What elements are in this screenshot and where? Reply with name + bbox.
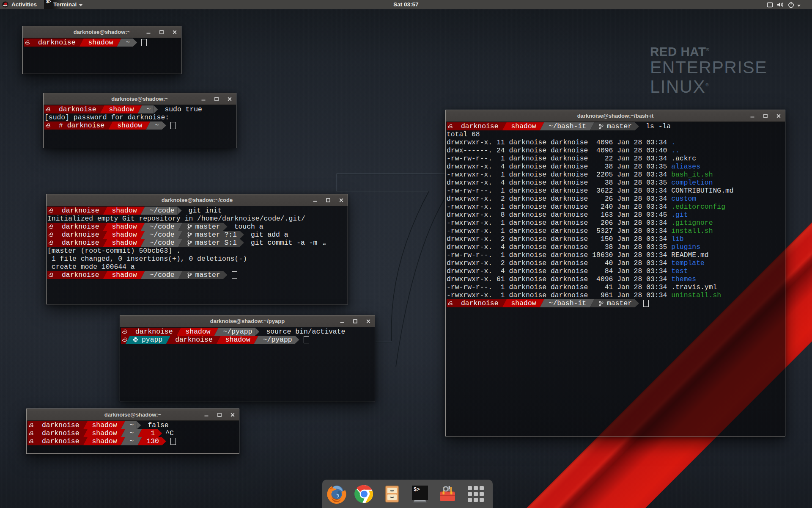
svg-text:$>: $> (414, 487, 420, 493)
